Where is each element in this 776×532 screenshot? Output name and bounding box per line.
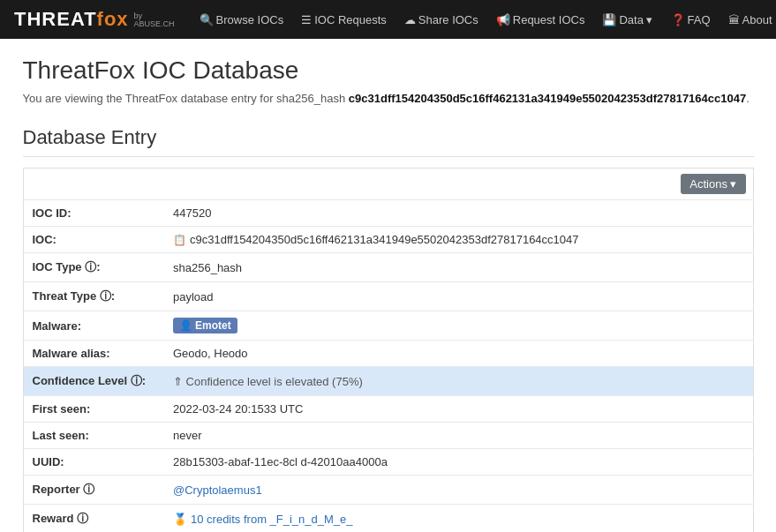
table-row-confidence: Confidence Level ⓘ:⇑ Confidence level is… bbox=[23, 367, 753, 396]
table-row-reward: Reward ⓘ🏅10 credits from _F_i_n_d_M_e_ bbox=[23, 505, 753, 533]
table-row-last-seen: Last seen:never bbox=[23, 423, 753, 449]
table-row-threat-type: Threat Type ⓘ:payload bbox=[23, 282, 753, 311]
nav-link-request-iocs[interactable]: 📢Request IOCs bbox=[489, 10, 592, 30]
row-label-reward: Reward ⓘ bbox=[23, 505, 164, 533]
row-value-uuid: 28b15303-abaf-11ec-8cl d-42010aa4000a bbox=[164, 449, 753, 476]
row-label-ioc: IOC: bbox=[23, 227, 164, 253]
nav-link-about[interactable]: 🏛About bbox=[721, 10, 776, 30]
page-subtitle: You are viewing the ThreatFox database e… bbox=[23, 92, 754, 105]
nav-icon-browse-iocs: 🔍 bbox=[200, 13, 214, 26]
table-row-ioc-type: IOC Type ⓘ:sha256_hash bbox=[23, 253, 753, 282]
row-label-reporter: Reporter ⓘ bbox=[23, 476, 164, 505]
brand-logo[interactable]: THREAT fox by ABUSE.CH bbox=[14, 8, 175, 31]
subtitle-hash: c9c31dff154204350d5c16ff462131a341949e55… bbox=[349, 92, 746, 105]
row-label-confidence: Confidence Level ⓘ: bbox=[23, 367, 164, 396]
table-row-first-seen: First seen:2022-03-24 20:1533 UTC bbox=[23, 396, 753, 423]
row-value-ioc: 📋c9c31dff154204350d5c16ff462131a341949e5… bbox=[164, 227, 753, 253]
reward-emoji: 🏅 bbox=[173, 513, 187, 526]
row-label-ioc-type: IOC Type ⓘ: bbox=[23, 253, 164, 282]
subtitle-pre: You are viewing the ThreatFox database e… bbox=[23, 92, 346, 105]
subtitle-post: . bbox=[746, 92, 750, 105]
table-row-reporter: Reporter ⓘ@Cryptolaemus1 bbox=[23, 476, 753, 505]
row-label-uuid: UUID: bbox=[23, 449, 164, 476]
confidence-text: ⇑ Confidence level is elevated (75%) bbox=[173, 375, 363, 388]
row-label-threat-type: Threat Type ⓘ: bbox=[23, 282, 164, 311]
copy-icon[interactable]: 📋 bbox=[173, 234, 186, 246]
row-label-first-seen: First seen: bbox=[23, 396, 164, 423]
row-value-malware-alias: Geodo, Heodo bbox=[164, 341, 753, 367]
row-label-malware-alias: Malware alias: bbox=[23, 341, 164, 367]
row-value-malware: 👤Emotet bbox=[164, 311, 753, 341]
row-value-last-seen: never bbox=[164, 423, 753, 449]
table-row-uuid: UUID:28b15303-abaf-11ec-8cl d-42010aa400… bbox=[23, 449, 753, 476]
row-value-threat-type: payload bbox=[164, 282, 753, 311]
row-value-ioc-id: 447520 bbox=[164, 200, 753, 227]
row-value-ioc-type: sha256_hash bbox=[164, 253, 753, 282]
row-value-reporter[interactable]: @Cryptolaemus1 bbox=[164, 476, 753, 505]
table-row-malware-alias: Malware alias:Geodo, Heodo bbox=[23, 341, 753, 367]
nav-icon-faq: ❓ bbox=[671, 13, 685, 26]
nav-link-data[interactable]: 💾Data ▾ bbox=[595, 10, 659, 30]
nav-link-browse-iocs[interactable]: 🔍Browse IOCs bbox=[192, 10, 291, 30]
actions-row: Actions ▾ bbox=[23, 169, 753, 200]
ioc-value: c9c31dff154204350d5c16ff462131a341949e55… bbox=[190, 233, 579, 246]
nav-link-share-iocs[interactable]: ☁Share IOCs bbox=[397, 10, 486, 30]
table-row-ioc: IOC:📋c9c31dff154204350d5c16ff462131a3419… bbox=[23, 227, 753, 253]
brand-by: by ABUSE.CH bbox=[134, 12, 175, 28]
database-table: Actions ▾ IOC ID:447520IOC:📋c9c31dff1542… bbox=[23, 168, 754, 532]
nav-icon-about: 🏛 bbox=[728, 13, 740, 26]
nav-icon-data: 💾 bbox=[602, 13, 616, 26]
table-row-malware: Malware:👤Emotet bbox=[23, 311, 753, 341]
reporter-link[interactable]: @Cryptolaemus1 bbox=[173, 483, 262, 497]
table-row-ioc-id: IOC ID:447520 bbox=[23, 200, 753, 227]
actions-cell: Actions ▾ bbox=[23, 169, 753, 200]
malware-badge: 👤Emotet bbox=[173, 318, 237, 333]
section-title: Database Entry bbox=[23, 126, 754, 157]
nav-icon-ioc-requests: ☰ bbox=[301, 13, 312, 26]
row-label-malware: Malware: bbox=[23, 311, 164, 341]
actions-button[interactable]: Actions ▾ bbox=[681, 174, 745, 194]
page-title: ThreatFox IOC Database bbox=[23, 56, 754, 85]
row-value-reward[interactable]: 🏅10 credits from _F_i_n_d_M_e_ bbox=[164, 505, 753, 533]
nav-icon-request-iocs: 📢 bbox=[496, 13, 510, 26]
row-value-first-seen: 2022-03-24 20:1533 UTC bbox=[164, 396, 753, 423]
brand-threat: THREAT bbox=[14, 8, 97, 31]
brand-fox: fox bbox=[97, 8, 129, 31]
row-value-confidence: ⇑ Confidence level is elevated (75%) bbox=[164, 367, 753, 396]
navbar: THREAT fox by ABUSE.CH 🔍Browse IOCs☰IOC … bbox=[0, 0, 776, 39]
row-label-ioc-id: IOC ID: bbox=[23, 200, 164, 227]
reward-link[interactable]: 10 credits from _F_i_n_d_M_e_ bbox=[191, 513, 353, 526]
row-label-last-seen: Last seen: bbox=[23, 423, 164, 449]
nav-icon-share-iocs: ☁ bbox=[404, 13, 416, 26]
main-content: ThreatFox IOC Database You are viewing t… bbox=[9, 39, 768, 532]
nav-link-faq[interactable]: ❓FAQ bbox=[664, 10, 718, 30]
nav-link-ioc-requests[interactable]: ☰IOC Requests bbox=[294, 10, 394, 30]
nav-links: 🔍Browse IOCs☰IOC Requests☁Share IOCs📢Req… bbox=[192, 10, 776, 30]
